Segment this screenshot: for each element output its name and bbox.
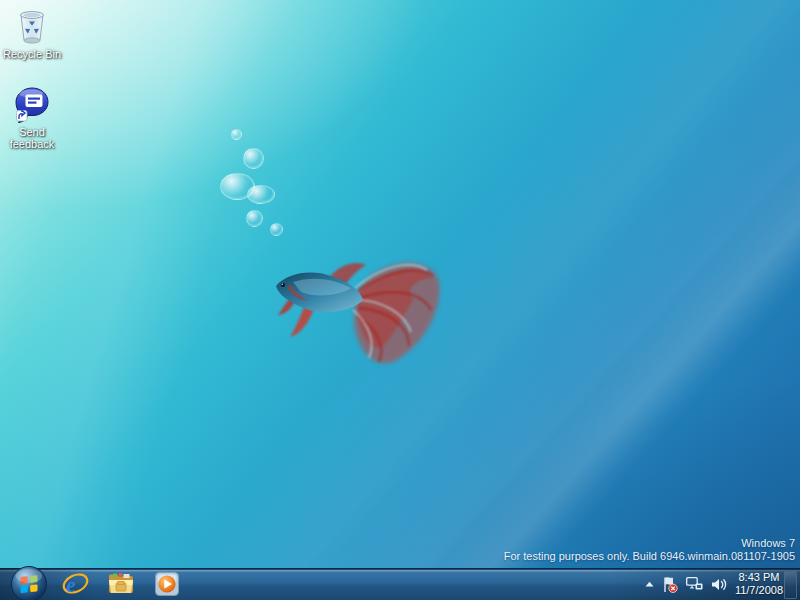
bubble bbox=[243, 148, 264, 169]
show-desktop-button[interactable] bbox=[784, 571, 797, 599]
system-tray: 8:43 PM 11/7/2008 bbox=[645, 568, 783, 600]
internet-explorer-icon: e bbox=[62, 571, 89, 598]
taskbar-button-internet-explorer[interactable]: e bbox=[52, 568, 98, 600]
bubble bbox=[231, 129, 242, 140]
taskbar: e bbox=[0, 568, 800, 600]
taskbar-button-windows-explorer[interactable] bbox=[98, 568, 144, 600]
bubble bbox=[246, 210, 263, 227]
build-watermark: Windows 7 For testing purposes only. Bui… bbox=[504, 537, 795, 563]
desktop-icon-recycle-bin[interactable]: Recycle Bin bbox=[0, 6, 64, 60]
taskbar-button-media-player[interactable] bbox=[144, 568, 190, 600]
speaker-icon bbox=[711, 578, 727, 591]
taskbar-clock[interactable]: 8:43 PM 11/7/2008 bbox=[735, 571, 783, 597]
clock-date: 11/7/2008 bbox=[735, 584, 783, 597]
volume-button[interactable] bbox=[711, 578, 727, 591]
svg-text:e: e bbox=[66, 572, 76, 597]
shortcut-arrow-overlay bbox=[17, 111, 28, 122]
clock-time: 8:43 PM bbox=[735, 571, 783, 584]
desktop: Recycle Bin Send feedback Windows 7 For … bbox=[0, 0, 800, 600]
action-center-button[interactable] bbox=[662, 576, 678, 593]
desktop-icon-send-feedback[interactable]: Send feedback bbox=[0, 86, 64, 150]
watermark-line1: Windows 7 bbox=[504, 537, 795, 550]
folder-icon bbox=[107, 572, 135, 596]
flag-error-icon bbox=[662, 576, 678, 593]
taskbar-app-buttons: e bbox=[52, 568, 190, 600]
bubble bbox=[270, 223, 283, 236]
send-feedback-label: Send feedback bbox=[0, 126, 64, 150]
windows-logo-icon bbox=[10, 565, 48, 600]
network-button[interactable] bbox=[686, 577, 703, 591]
start-button[interactable] bbox=[10, 565, 48, 600]
network-icon bbox=[686, 577, 703, 591]
watermark-line2: For testing purposes only. Build 6946.wi… bbox=[504, 550, 795, 563]
send-feedback-icon bbox=[13, 86, 51, 124]
media-player-icon bbox=[154, 571, 180, 597]
up-arrow-icon bbox=[645, 581, 654, 587]
recycle-bin-label: Recycle Bin bbox=[3, 48, 61, 60]
betta-fish-image bbox=[263, 238, 453, 378]
recycle-bin-icon bbox=[14, 6, 50, 46]
bubble bbox=[247, 185, 275, 204]
show-hidden-icons-button[interactable] bbox=[645, 581, 654, 587]
